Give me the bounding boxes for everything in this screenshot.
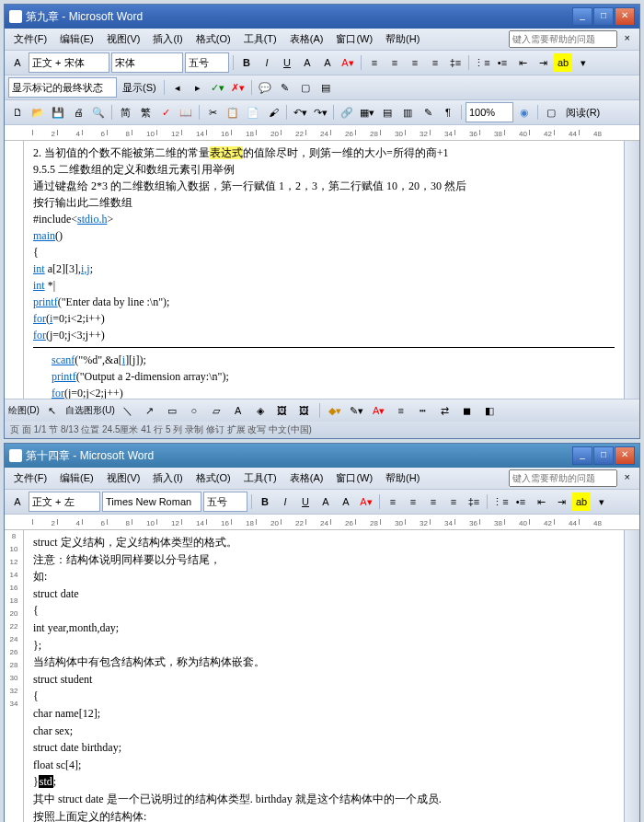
docmap-button[interactable]: ¶	[439, 103, 457, 122]
read-label[interactable]: 阅读(R)	[562, 106, 604, 120]
justify-button[interactable]: ≡	[444, 492, 463, 511]
menu-help[interactable]: 帮助(H)	[380, 30, 425, 48]
help-search-input[interactable]	[509, 30, 617, 48]
highlight-button[interactable]: ab	[554, 53, 572, 72]
italic-button[interactable]: I	[258, 53, 276, 72]
new-button[interactable]: 🗋	[8, 103, 27, 122]
picture-button[interactable]: 🖼	[295, 401, 314, 420]
border-button[interactable]: A	[316, 492, 335, 511]
align-right-button[interactable]: ≡	[424, 492, 443, 511]
highlight-button[interactable]: ab	[572, 492, 591, 511]
read-layout-button[interactable]: ▢	[542, 103, 560, 122]
wordart-button[interactable]: A	[229, 401, 247, 420]
titlebar-1[interactable]: 第九章 - Microsoft Word _ □ ✕	[5, 5, 639, 29]
next-change-button[interactable]: ▸	[189, 78, 207, 97]
size-select[interactable]	[203, 492, 247, 512]
indent-button[interactable]: ⇥	[552, 492, 570, 511]
minimize-button[interactable]: _	[572, 446, 592, 465]
document-body-2[interactable]: struct 定义结构，定义结构体类型的格式。 注意：结构体说明同样要以分号结尾…	[24, 530, 624, 822]
comment-button[interactable]: 💬	[256, 78, 274, 97]
line-button[interactable]: ＼	[119, 401, 137, 420]
titlebar-2[interactable]: 第十四章 - Microsoft Word _ □ ✕	[5, 444, 639, 468]
textbox-button[interactable]: ▱	[207, 401, 225, 420]
minimize-button[interactable]: _	[572, 7, 592, 26]
draw-menu[interactable]: 绘图(D)	[8, 404, 40, 417]
cut-button[interactable]: ✂	[203, 103, 222, 122]
save-button[interactable]: 💾	[49, 103, 67, 122]
more-button[interactable]: ▾	[592, 492, 611, 511]
clipart-button[interactable]: 🖼	[273, 401, 292, 420]
font-color-button[interactable]: A▾	[357, 492, 375, 511]
underline-button[interactable]: U	[278, 53, 296, 72]
shadow-button[interactable]: ◼	[458, 401, 477, 420]
autoshape-menu[interactable]: 自选图形(U)	[65, 404, 115, 417]
menu-file[interactable]: 文件(F)	[8, 469, 52, 487]
copy-button[interactable]: 📋	[224, 103, 242, 122]
accept-button[interactable]: ✓▾	[209, 78, 227, 97]
paste-button[interactable]: 📄	[244, 103, 262, 122]
columns-button[interactable]: ▥	[398, 103, 417, 122]
research-button[interactable]: 📖	[177, 103, 195, 122]
menu-table[interactable]: 表格(A)	[284, 30, 329, 48]
style-icon[interactable]: A	[8, 53, 27, 72]
cn-trad-button[interactable]: 繁	[136, 103, 155, 122]
show-menu[interactable]: 显示(S)	[119, 81, 160, 95]
3d-button[interactable]: ◧	[480, 401, 499, 420]
menu-close-x[interactable]: ×	[619, 469, 636, 487]
dash-style-button[interactable]: ┅	[414, 401, 432, 420]
menu-format[interactable]: 格式(O)	[190, 469, 236, 487]
align-left-button[interactable]: ≡	[384, 492, 402, 511]
diagram-button[interactable]: ◈	[251, 401, 270, 420]
pointer-button[interactable]: ↖	[43, 401, 62, 420]
maximize-button[interactable]: □	[593, 446, 614, 465]
italic-button[interactable]: I	[276, 492, 294, 511]
prev-change-button[interactable]: ◂	[168, 78, 187, 97]
font-select[interactable]	[111, 52, 183, 73]
numbering-button[interactable]: ⋮≡	[491, 492, 510, 511]
bullets-button[interactable]: •≡	[493, 53, 512, 72]
indent-button[interactable]: ⇥	[534, 53, 552, 72]
menu-window[interactable]: 窗口(W)	[330, 469, 378, 487]
document-body-1[interactable]: 2. 当初值的个数不能被第二维的常量表达式的值除尽时，则第一维的大小=所得的商+…	[24, 141, 624, 399]
bullets-button[interactable]: •≡	[512, 492, 530, 511]
menu-format[interactable]: 格式(O)	[190, 30, 236, 48]
menu-tools[interactable]: 工具(T)	[238, 469, 282, 487]
justify-button[interactable]: ≡	[426, 53, 444, 72]
close-button[interactable]: ✕	[615, 446, 635, 465]
menu-insert[interactable]: 插入(I)	[147, 30, 188, 48]
v-scrollbar-1[interactable]	[624, 141, 639, 399]
open-button[interactable]: 📂	[29, 103, 47, 122]
h-ruler-1[interactable]: 2468101214161820222426283032343638404244…	[5, 125, 639, 141]
h-ruler-2[interactable]: 2468101214161820222426283032343638404244…	[5, 515, 639, 530]
align-left-button[interactable]: ≡	[365, 53, 384, 72]
arrow-style-button[interactable]: ⇄	[436, 401, 454, 420]
cn-simp-button[interactable]: 简	[116, 103, 134, 122]
undo-button[interactable]: ↶▾	[291, 103, 309, 122]
more-button[interactable]: ▾	[574, 53, 592, 72]
redo-button[interactable]: ↷▾	[311, 103, 329, 122]
line-spacing-button[interactable]: ‡≡	[465, 492, 483, 511]
v-ruler-2[interactable]: 810121416182022242628303234	[5, 530, 24, 822]
style-select[interactable]	[29, 492, 100, 512]
char-shading-button[interactable]: A	[318, 53, 337, 72]
align-center-button[interactable]: ≡	[385, 53, 404, 72]
help-icon[interactable]: ◉	[515, 103, 534, 122]
outdent-button[interactable]: ⇤	[513, 53, 532, 72]
line-style-button[interactable]: ≡	[392, 401, 410, 420]
line-color-button[interactable]: ✎▾	[348, 401, 366, 420]
v-scrollbar-2[interactable]	[624, 530, 639, 822]
table-button[interactable]: ▦▾	[358, 103, 376, 122]
v-ruler-1[interactable]	[5, 141, 24, 399]
menu-table[interactable]: 表格(A)	[284, 469, 329, 487]
oval-button[interactable]: ○	[185, 401, 203, 420]
print-button[interactable]: 🖨	[69, 103, 87, 122]
font-select[interactable]	[102, 492, 201, 512]
review-pane-button[interactable]: ▤	[316, 78, 335, 97]
maximize-button[interactable]: □	[593, 7, 614, 26]
link-button[interactable]: 🔗	[338, 103, 356, 122]
font-color-button[interactable]: A▾	[339, 53, 357, 72]
close-button[interactable]: ✕	[615, 7, 635, 26]
zoom-select[interactable]	[466, 102, 513, 122]
menu-edit[interactable]: 编辑(E)	[54, 30, 99, 48]
style-select[interactable]	[29, 52, 109, 73]
